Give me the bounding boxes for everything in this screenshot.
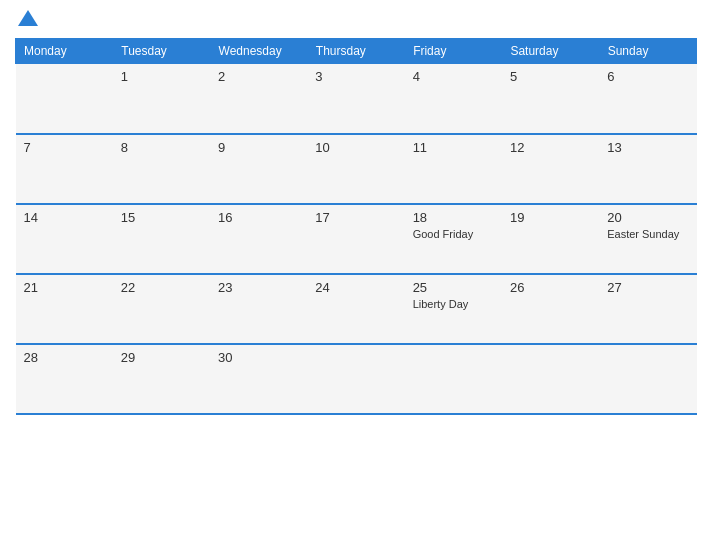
- day-number: 5: [510, 69, 591, 84]
- calendar-cell: 19: [502, 204, 599, 274]
- calendar-cell: 9: [210, 134, 307, 204]
- day-number: 28: [24, 350, 105, 365]
- weekday-header-wednesday: Wednesday: [210, 39, 307, 64]
- day-number: 30: [218, 350, 299, 365]
- week-row-4: 2122232425Liberty Day2627: [16, 274, 697, 344]
- day-number: 26: [510, 280, 591, 295]
- calendar-cell: 20Easter Sunday: [599, 204, 696, 274]
- day-number: 7: [24, 140, 105, 155]
- calendar-cell: 30: [210, 344, 307, 414]
- week-row-5: 282930: [16, 344, 697, 414]
- day-number: 19: [510, 210, 591, 225]
- day-number: 22: [121, 280, 202, 295]
- calendar-header: [15, 10, 697, 28]
- calendar-cell: 29: [113, 344, 210, 414]
- day-number: 27: [607, 280, 688, 295]
- calendar-cell: 6: [599, 64, 696, 134]
- weekday-header-thursday: Thursday: [307, 39, 404, 64]
- calendar-cell: [16, 64, 113, 134]
- weekday-header-sunday: Sunday: [599, 39, 696, 64]
- calendar-cell: 10: [307, 134, 404, 204]
- day-number: 14: [24, 210, 105, 225]
- calendar-cell: 2: [210, 64, 307, 134]
- weekday-header-monday: Monday: [16, 39, 113, 64]
- calendar-cell: [502, 344, 599, 414]
- calendar-cell: 28: [16, 344, 113, 414]
- week-row-2: 78910111213: [16, 134, 697, 204]
- weekday-header-friday: Friday: [405, 39, 502, 64]
- day-number: 9: [218, 140, 299, 155]
- day-number: 2: [218, 69, 299, 84]
- day-number: 25: [413, 280, 494, 295]
- calendar-cell: 27: [599, 274, 696, 344]
- calendar-cell: 17: [307, 204, 404, 274]
- day-number: 8: [121, 140, 202, 155]
- calendar-cell: 25Liberty Day: [405, 274, 502, 344]
- calendar-cell: 16: [210, 204, 307, 274]
- day-number: 20: [607, 210, 688, 225]
- holiday-name: Liberty Day: [413, 298, 494, 310]
- calendar-cell: 4: [405, 64, 502, 134]
- calendar-cell: 12: [502, 134, 599, 204]
- holiday-name: Easter Sunday: [607, 228, 688, 240]
- day-number: 13: [607, 140, 688, 155]
- weekday-header-saturday: Saturday: [502, 39, 599, 64]
- day-number: 1: [121, 69, 202, 84]
- day-number: 18: [413, 210, 494, 225]
- weekday-header-row: MondayTuesdayWednesdayThursdayFridaySatu…: [16, 39, 697, 64]
- calendar-table: MondayTuesdayWednesdayThursdayFridaySatu…: [15, 38, 697, 415]
- day-number: 17: [315, 210, 396, 225]
- calendar-cell: 5: [502, 64, 599, 134]
- day-number: 15: [121, 210, 202, 225]
- holiday-name: Good Friday: [413, 228, 494, 240]
- calendar-cell: 23: [210, 274, 307, 344]
- calendar-cell: 1: [113, 64, 210, 134]
- day-number: 21: [24, 280, 105, 295]
- calendar-cell: [405, 344, 502, 414]
- day-number: 29: [121, 350, 202, 365]
- day-number: 3: [315, 69, 396, 84]
- calendar-cell: 21: [16, 274, 113, 344]
- calendar-cell: 15: [113, 204, 210, 274]
- week-row-3: 1415161718Good Friday1920Easter Sunday: [16, 204, 697, 274]
- calendar-cell: 24: [307, 274, 404, 344]
- calendar-cell: [307, 344, 404, 414]
- day-number: 16: [218, 210, 299, 225]
- calendar-cell: 3: [307, 64, 404, 134]
- day-number: 6: [607, 69, 688, 84]
- calendar-cell: 7: [16, 134, 113, 204]
- calendar-cell: [599, 344, 696, 414]
- day-number: 12: [510, 140, 591, 155]
- calendar-cell: 8: [113, 134, 210, 204]
- calendar-cell: 11: [405, 134, 502, 204]
- logo: [15, 10, 38, 28]
- day-number: 24: [315, 280, 396, 295]
- day-number: 11: [413, 140, 494, 155]
- logo-triangle-icon: [18, 10, 38, 26]
- calendar-page: MondayTuesdayWednesdayThursdayFridaySatu…: [0, 0, 712, 550]
- calendar-cell: 22: [113, 274, 210, 344]
- weekday-header-tuesday: Tuesday: [113, 39, 210, 64]
- day-number: 23: [218, 280, 299, 295]
- day-number: 10: [315, 140, 396, 155]
- calendar-cell: 26: [502, 274, 599, 344]
- calendar-cell: 18Good Friday: [405, 204, 502, 274]
- calendar-cell: 14: [16, 204, 113, 274]
- calendar-cell: 13: [599, 134, 696, 204]
- week-row-1: 123456: [16, 64, 697, 134]
- day-number: 4: [413, 69, 494, 84]
